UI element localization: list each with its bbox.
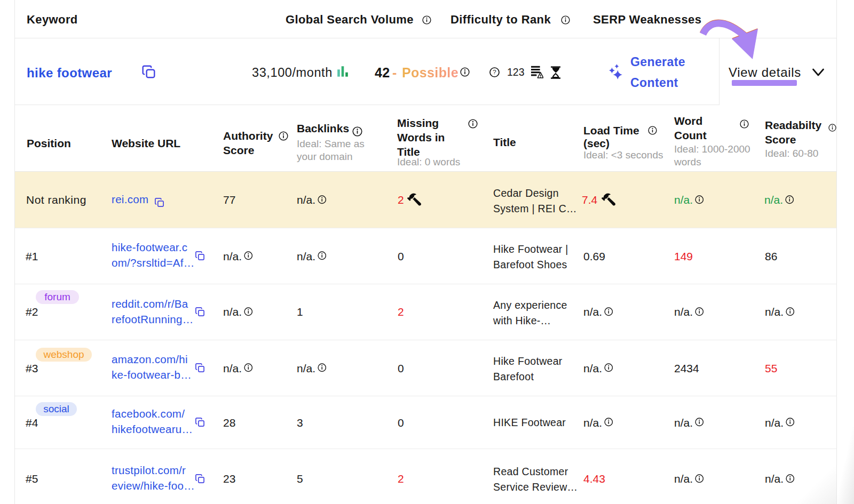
- svg-text:?: ?: [493, 69, 496, 75]
